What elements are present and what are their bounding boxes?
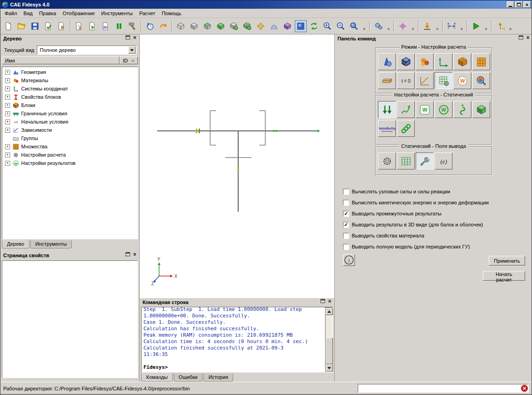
checkbox-kinetic-energy[interactable]: Вычислять кинетическую энергию и энергию… — [343, 199, 489, 206]
dropdown-arrow-icon[interactable] — [128, 46, 136, 54]
minimize-button[interactable] — [507, 1, 514, 8]
tab-tools[interactable]: Инструменты — [30, 240, 72, 248]
mode-dependencies-button[interactable] — [416, 72, 434, 89]
display-smooth-button[interactable] — [215, 20, 227, 32]
composite-view-button[interactable] — [281, 20, 293, 32]
console-scrollbar[interactable] — [325, 307, 332, 372]
console-output[interactable]: Step 1. SubStep 1. Load time 1.00000000.… — [141, 307, 333, 372]
expander-icon[interactable]: + — [5, 152, 10, 158]
tree-item-groups[interactable]: Группы — [2, 134, 137, 142]
expander-icon[interactable]: + — [5, 70, 10, 75]
expander-icon[interactable]: + — [5, 103, 10, 108]
checkbox-full-model[interactable]: Выводить полную модель (для периодически… — [343, 243, 470, 250]
verify-document-button[interactable] — [42, 20, 54, 32]
mode-sets-button[interactable] — [472, 53, 490, 70]
edit-document-button[interactable] — [56, 20, 68, 32]
title-bar[interactable]: CAE Fidesys 4.0 × — [0, 0, 532, 9]
tab-tree[interactable]: Дерево — [2, 240, 29, 248]
float-panel-icon[interactable] — [126, 35, 130, 40]
analysis-modal-button[interactable]: W — [416, 101, 434, 118]
checkbox[interactable] — [343, 200, 349, 206]
tree-item-block-properties[interactable]: +Свойства блоков — [2, 93, 137, 101]
tree-view-select[interactable]: Полное дерево — [37, 45, 137, 55]
mode-blocks-button[interactable] — [453, 53, 471, 70]
checkbox-intermediate-results[interactable]: Выводить промежуточные результаты — [343, 210, 441, 217]
undo-button[interactable] — [157, 20, 169, 32]
tree-item-sets[interactable]: +Множества — [2, 142, 137, 151]
expander-icon[interactable]: + — [5, 78, 10, 83]
tree-item-coordinate-systems[interactable]: +Системы координат — [2, 85, 137, 93]
mode-materials-button[interactable] — [416, 53, 434, 70]
scrollbar-thumb[interactable] — [326, 338, 333, 364]
expander-icon[interactable]: + — [5, 128, 10, 133]
zoom-in-button[interactable] — [321, 20, 333, 32]
column-header-name[interactable]: Имя — [2, 56, 120, 64]
id-document-button[interactable]: ID — [100, 20, 112, 32]
analysis-spectral-button[interactable] — [397, 120, 415, 137]
tree-item-initial-conditions[interactable]: +t=0Начальные условия — [2, 118, 137, 126]
toolbar-overflow-chevron[interactable]: » — [410, 20, 416, 32]
analysis-static-button[interactable] — [378, 101, 396, 118]
toolbar-overflow-chevron[interactable]: » — [508, 20, 513, 32]
fields-strain-button[interactable]: (e) — [435, 152, 452, 169]
stop-button[interactable] — [521, 385, 528, 392]
close-panel-icon[interactable]: × — [132, 35, 137, 41]
menu-help[interactable]: Помощь — [159, 9, 185, 17]
tree-item-result-settings[interactable]: +WНастройки результатов — [2, 159, 137, 167]
open-file-button[interactable] — [16, 20, 28, 32]
save-button[interactable] — [29, 20, 41, 32]
float-panel-icon[interactable] — [320, 299, 325, 303]
axis-orientation-button[interactable]: +Z — [494, 20, 506, 32]
pick-point-button[interactable] — [397, 20, 409, 32]
close-panel-icon[interactable]: × — [525, 35, 531, 41]
checkbox[interactable] — [343, 189, 349, 195]
perspective-button[interactable] — [268, 20, 280, 32]
mode-initial-conditions-button[interactable]: t = 0 — [397, 72, 415, 89]
checkbox[interactable] — [343, 211, 349, 217]
expander-icon[interactable]: + — [5, 144, 10, 149]
analysis-harmonic-button[interactable]: W — [435, 101, 452, 118]
properties-page[interactable] — [2, 260, 138, 378]
toolbar-overflow-chevron[interactable]: » — [386, 20, 391, 32]
expander-icon[interactable]: + — [5, 111, 10, 116]
menu-calculation[interactable]: Расчет — [136, 9, 159, 17]
mode-calculation-settings-button[interactable] — [435, 72, 452, 89]
measure-button[interactable] — [446, 20, 458, 32]
display-hiddenline-button[interactable] — [201, 20, 213, 32]
select-view-button[interactable] — [295, 20, 307, 32]
expander-icon[interactable]: + — [5, 95, 10, 100]
undo-history-button[interactable] — [144, 20, 156, 32]
column-header-id[interactable]: ID — [120, 56, 138, 64]
mode-beam-button[interactable] — [378, 72, 396, 89]
mode-mesh-button[interactable] — [397, 53, 415, 70]
tree-item-blocks[interactable]: +Блоки — [2, 101, 137, 109]
display-element-button[interactable] — [241, 20, 253, 32]
build-hammer-button[interactable] — [126, 20, 138, 32]
apply-load-button[interactable] — [421, 20, 433, 32]
display-wireframe-button[interactable] — [175, 20, 187, 32]
maximize-button[interactable] — [515, 1, 522, 8]
expander-icon[interactable]: + — [5, 86, 10, 91]
mode-boundary-conditions-button[interactable] — [435, 53, 452, 70]
menu-file[interactable]: Файл — [1, 9, 20, 17]
fields-table-button[interactable] — [397, 152, 415, 169]
command-input[interactable] — [358, 384, 529, 393]
close-panel-icon[interactable]: × — [132, 252, 137, 258]
refresh-graphics-button[interactable] — [308, 20, 320, 32]
play-journal-button[interactable] — [86, 20, 98, 32]
tab-errors[interactable]: Ошибки — [174, 373, 203, 382]
mode-postprocessor-button[interactable] — [472, 72, 490, 89]
model-wireframe[interactable]: Y Z X — [140, 34, 334, 297]
analysis-buckling-button[interactable] — [453, 101, 471, 118]
fields-settings-button[interactable] — [378, 152, 396, 169]
render-sphere-axes-button[interactable] — [255, 20, 267, 32]
tab-commands[interactable]: Команды — [141, 373, 173, 382]
close-panel-icon[interactable]: × — [327, 299, 332, 305]
scroll-up-button[interactable] — [326, 308, 333, 315]
journal-button[interactable] — [73, 20, 85, 32]
menu-view[interactable]: Вид — [20, 9, 36, 17]
mode-geometry-button[interactable] — [378, 53, 396, 70]
float-panel-icon[interactable] — [126, 252, 130, 256]
tree-item-calculation-settings[interactable]: +Настройки расчета — [2, 151, 137, 159]
tree-item-materials[interactable]: +Материалы — [2, 76, 137, 85]
